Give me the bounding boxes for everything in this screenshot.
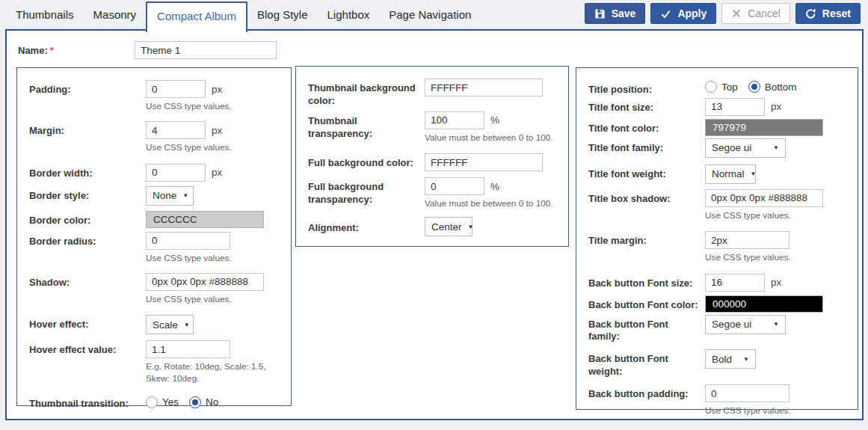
chevron-down-icon: ▼ xyxy=(751,171,757,177)
field-hover-effect: Hover effect: Scale ▼ xyxy=(29,315,291,334)
chevron-down-icon: ▼ xyxy=(773,321,779,328)
alignment-select[interactable]: Center ▼ xyxy=(425,217,473,236)
name-input[interactable] xyxy=(135,41,277,59)
field-title-font-weight: Title font weight: Normal ▼ xyxy=(588,165,858,184)
field-border-style: Border style: None ▼ xyxy=(29,186,291,206)
check-icon xyxy=(660,8,671,19)
tab-bar: Thumbnails Masonry Compact Album Blog St… xyxy=(6,0,481,31)
border-color-swatch[interactable]: CCCCCC xyxy=(146,211,264,228)
back-font-weight-select[interactable]: Bold ▼ xyxy=(705,349,756,369)
border-width-input[interactable] xyxy=(146,164,206,182)
border-radius-input[interactable] xyxy=(146,232,230,250)
header-bar: Thumbnails Masonry Compact Album Blog St… xyxy=(0,0,868,29)
full-transparency-input[interactable] xyxy=(425,177,484,195)
field-hover-effect-value: Hover effect value: E.g. Rotate: 10deg, … xyxy=(29,340,291,384)
save-icon xyxy=(594,8,606,19)
field-title-margin: Title margin: Use CSS type values. xyxy=(588,231,858,263)
hover-effect-value-input[interactable] xyxy=(146,340,230,358)
field-back-font-color: Back button Font color: 000000 xyxy=(588,295,858,313)
chevron-down-icon: ▼ xyxy=(743,356,749,363)
panel-title-style: Title position: Top Bottom Title font si… xyxy=(576,67,858,410)
field-thumb-bg-color: Thumbnail background color: xyxy=(308,79,568,108)
toolbar: Save Apply Cancel Reset xyxy=(585,3,861,24)
shadow-input[interactable] xyxy=(146,273,264,291)
chevron-down-icon: ▼ xyxy=(468,224,474,230)
refresh-icon xyxy=(805,8,816,19)
border-style-select[interactable]: None ▼ xyxy=(146,186,194,206)
back-font-color-swatch[interactable]: 000000 xyxy=(705,295,823,313)
tab-masonry[interactable]: Masonry xyxy=(84,0,147,31)
field-title-position: Title position: Top Bottom xyxy=(588,80,858,96)
name-label: Name: xyxy=(18,45,48,56)
panel-thumbnail-style: Padding: px Use CSS type values. Margin:… xyxy=(16,67,292,406)
cancel-button[interactable]: Cancel xyxy=(721,3,790,24)
required-asterisk: * xyxy=(50,45,54,56)
tab-page-navigation[interactable]: Page Navigation xyxy=(379,0,481,31)
field-back-font-size: Back button Font size: px xyxy=(588,274,858,292)
transition-no-radio[interactable] xyxy=(189,396,201,408)
field-alignment: Alignment: Center ▼ xyxy=(308,217,568,236)
full-bg-color-input[interactable] xyxy=(425,153,543,171)
panel-background: Thumbnail background color: Thumbnail tr… xyxy=(295,66,569,247)
field-border-radius: Border radius: Use CSS type values. xyxy=(29,232,291,264)
chevron-down-icon: ▼ xyxy=(773,144,779,151)
back-font-size-input[interactable] xyxy=(705,274,765,292)
field-full-transparency: Full background transparency: % Value mu… xyxy=(308,177,568,209)
tab-compact-album[interactable]: Compact Album xyxy=(146,1,247,32)
title-margin-input[interactable] xyxy=(705,231,789,249)
field-back-font-family: Back button Font family: Segoe ui ▼ xyxy=(588,315,858,344)
tab-thumbnails[interactable]: Thumbnails xyxy=(6,0,84,31)
field-title-font-size: Title font size: px xyxy=(588,98,858,116)
field-thumb-transparency: Thumbnail transparency: % Value must be … xyxy=(308,111,568,144)
field-full-bg-color: Full background color: xyxy=(308,153,568,171)
chevron-down-icon: ▼ xyxy=(184,322,190,328)
chevron-down-icon: ▼ xyxy=(182,192,188,199)
back-font-family-select[interactable]: Segoe ui ▼ xyxy=(705,315,786,334)
title-position-bottom-radio[interactable] xyxy=(748,81,760,93)
field-name: Name:* xyxy=(7,31,862,59)
title-font-weight-select[interactable]: Normal ▼ xyxy=(705,165,756,184)
title-font-size-input[interactable] xyxy=(705,98,765,116)
padding-input[interactable] xyxy=(146,80,206,98)
field-border-color: Border color: CCCCCC xyxy=(29,211,291,228)
hover-effect-select[interactable]: Scale ▼ xyxy=(146,315,194,334)
title-font-family-select[interactable]: Segoe ui ▼ xyxy=(705,138,786,158)
thumb-bg-color-input[interactable] xyxy=(425,79,543,96)
field-title-box-shadow: Title box shadow: Use CSS type values. xyxy=(588,189,858,221)
field-padding: Padding: px Use CSS type values. xyxy=(29,80,291,112)
title-box-shadow-input[interactable] xyxy=(705,189,823,207)
field-title-font-family: Title font family: Segoe ui ▼ xyxy=(588,138,858,158)
field-back-font-weight: Back button Font weight: Bold ▼ xyxy=(588,349,858,378)
theme-settings-panel: Name:* Padding: px Use CSS type values. … xyxy=(5,29,864,420)
field-shadow: Shadow: Use CSS type values. xyxy=(29,273,291,305)
close-icon xyxy=(731,8,742,19)
reset-button[interactable]: Reset xyxy=(795,3,861,24)
field-back-padding: Back button padding: Use CSS type values… xyxy=(588,384,858,417)
transition-yes-radio[interactable] xyxy=(146,396,158,408)
margin-input[interactable] xyxy=(146,121,206,139)
apply-button[interactable]: Apply xyxy=(650,3,716,24)
field-margin: Margin: px Use CSS type values. xyxy=(29,121,291,153)
tab-lightbox[interactable]: Lightbox xyxy=(318,0,380,31)
thumb-transparency-input[interactable] xyxy=(425,111,484,129)
field-thumbnail-transition: Thumbnail transition: Yes No xyxy=(29,394,291,411)
tab-blog-style[interactable]: Blog Style xyxy=(247,0,318,31)
save-button[interactable]: Save xyxy=(585,3,646,24)
title-font-color-swatch[interactable]: 797979 xyxy=(705,119,823,136)
title-position-top-radio[interactable] xyxy=(705,81,717,93)
back-padding-input[interactable] xyxy=(705,384,789,402)
field-border-width: Border width: px xyxy=(29,164,291,182)
field-title-font-color: Title font color: 797979 xyxy=(588,119,858,136)
